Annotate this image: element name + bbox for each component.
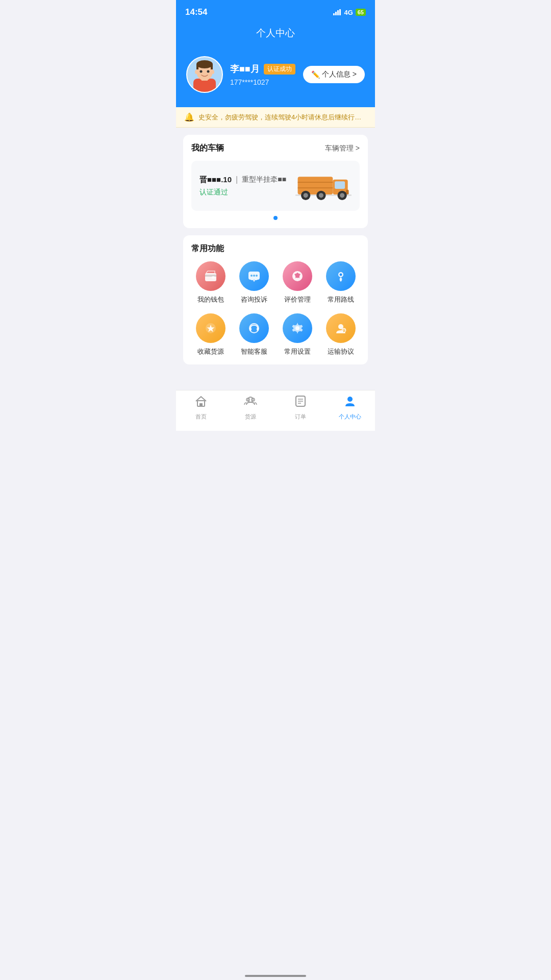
function-agreement[interactable]: 认 运输协议 [321, 313, 360, 356]
wallet-label: 我的钱包 [197, 295, 224, 304]
vehicle-separator: | [236, 175, 238, 184]
favorite-label: 收藏货源 [197, 347, 224, 356]
nav-profile[interactable]: 个人中心 [335, 395, 365, 421]
function-route[interactable]: 常用路线 [321, 261, 360, 304]
profile-name: 李■■月 [230, 63, 260, 75]
vehicle-info: 晋■■■.10 | 重型半挂牵■■ 认证通过 [199, 175, 286, 197]
vehicle-card: 我的车辆 车辆管理 > 晋■■■.10 | 重型半挂牵■■ 认证通过 [183, 135, 368, 228]
agreement-icon-bg: 认 [326, 313, 356, 343]
vehicle-plate: 晋■■■.10 [199, 175, 232, 185]
nav-orders-label: 订单 [295, 413, 306, 421]
edit-profile-label: 个人信息 > [322, 70, 357, 79]
svg-point-47 [248, 397, 253, 402]
complaint-label: 咨询投诉 [241, 295, 267, 304]
svg-point-36 [339, 274, 342, 276]
cargo-icon [244, 395, 257, 411]
complaint-icon-bg [239, 261, 269, 291]
service-label: 智能客服 [241, 347, 267, 356]
bottom-nav: 首页 货源 订单 [176, 390, 375, 431]
route-icon [334, 269, 348, 283]
profile-info: 李■■月 认证成功 177****1027 [230, 63, 295, 86]
function-favorite[interactable]: 收藏货源 [191, 313, 230, 356]
nav-profile-label: 个人中心 [339, 413, 361, 421]
wallet-icon-bg [196, 261, 226, 291]
nav-home[interactable]: 首页 [186, 395, 216, 421]
signal-icon [333, 9, 341, 15]
function-wallet[interactable]: 我的钱包 [191, 261, 230, 304]
settings-icon-bg [283, 313, 312, 343]
profile-left: 李■■月 认证成功 177****1027 [186, 56, 295, 93]
nav-home-label: 首页 [195, 413, 207, 421]
vehicle-manage-link[interactable]: 车辆管理 > [325, 144, 360, 153]
svg-point-20 [304, 193, 308, 198]
status-icons: 4G 65 [333, 9, 366, 16]
profile-phone: 177****1027 [230, 78, 295, 86]
functions-card: 常用功能 我的钱包 [183, 235, 368, 364]
avatar-illustration [188, 57, 221, 92]
dot-active [273, 216, 278, 220]
notice-text: 史安全，勿疲劳驾驶，连续驾驶4小时请休息后继续行驶。 [198, 113, 367, 122]
function-complaint[interactable]: 咨询投诉 [235, 261, 273, 304]
functions-card-header: 常用功能 [191, 243, 360, 254]
nav-orders[interactable]: 订单 [285, 395, 316, 421]
svg-point-24 [340, 193, 344, 198]
edit-profile-button[interactable]: ✏️ 个人信息 > [303, 66, 365, 83]
orders-icon [294, 395, 307, 411]
cert-badge: 认证成功 [264, 64, 295, 75]
profile-name-row: 李■■月 认证成功 [230, 63, 295, 75]
function-review[interactable]: 评价管理 [278, 261, 316, 304]
favorite-icon-bg [196, 313, 226, 343]
service-icon [247, 321, 261, 335]
svg-rect-8 [196, 64, 198, 69]
vehicle-illustration [295, 168, 352, 204]
page-header: 个人中心 [176, 22, 375, 49]
vehicle-plate-row: 晋■■■.10 | 重型半挂牵■■ [199, 175, 286, 185]
nav-cargo[interactable]: 货源 [235, 395, 266, 421]
status-time: 14:54 [185, 7, 207, 17]
svg-rect-28 [205, 275, 216, 277]
svg-rect-0 [333, 13, 335, 15]
svg-rect-16 [335, 181, 345, 189]
notice-icon: 🔔 [184, 112, 194, 122]
nav-cargo-label: 货源 [245, 413, 256, 421]
svg-point-10 [200, 70, 203, 73]
functions-grid: 我的钱包 咨询投诉 评价管理 [191, 261, 360, 356]
vehicle-item[interactable]: 晋■■■.10 | 重型半挂牵■■ 认证通过 [191, 161, 360, 211]
review-icon [290, 269, 305, 283]
home-icon [194, 395, 208, 411]
settings-label: 常用设置 [284, 347, 311, 356]
svg-point-32 [253, 275, 255, 277]
page-title: 个人中心 [256, 28, 295, 38]
svg-rect-40 [257, 328, 259, 331]
profile-section: 李■■月 认证成功 177****1027 ✏️ 个人信息 > [176, 49, 375, 107]
svg-rect-3 [339, 9, 341, 15]
svg-rect-9 [211, 64, 213, 69]
function-settings[interactable]: 常用设置 [278, 313, 316, 356]
vehicle-card-header: 我的车辆 车辆管理 > [191, 143, 360, 154]
dot-indicator [191, 216, 360, 220]
function-service[interactable]: 智能客服 [235, 313, 273, 356]
svg-point-12 [195, 70, 198, 74]
svg-rect-2 [337, 10, 339, 15]
network-type: 4G [344, 9, 353, 16]
favorite-icon [204, 321, 218, 335]
svg-point-22 [319, 193, 323, 198]
svg-point-13 [211, 70, 214, 74]
wallet-icon [204, 269, 218, 283]
vehicle-section-title: 我的车辆 [191, 143, 224, 154]
review-icon-bg [283, 261, 312, 291]
profile-nav-icon [343, 395, 357, 411]
notice-bar: 🔔 史安全，勿疲劳驾驶，连续驾驶4小时请休息后继续行驶。 [176, 107, 375, 128]
review-label: 评价管理 [284, 295, 311, 304]
status-bar: 14:54 4G 65 [176, 0, 375, 22]
agreement-label: 运输协议 [328, 347, 354, 356]
svg-rect-29 [212, 276, 215, 279]
svg-point-54 [347, 397, 353, 402]
svg-point-7 [196, 60, 213, 68]
battery-indicator: 65 [356, 9, 366, 16]
svg-point-31 [251, 275, 253, 277]
svg-rect-1 [335, 12, 337, 15]
vehicle-status: 认证通过 [199, 188, 286, 197]
svg-point-11 [207, 70, 210, 73]
agreement-icon: 认 [334, 321, 348, 335]
